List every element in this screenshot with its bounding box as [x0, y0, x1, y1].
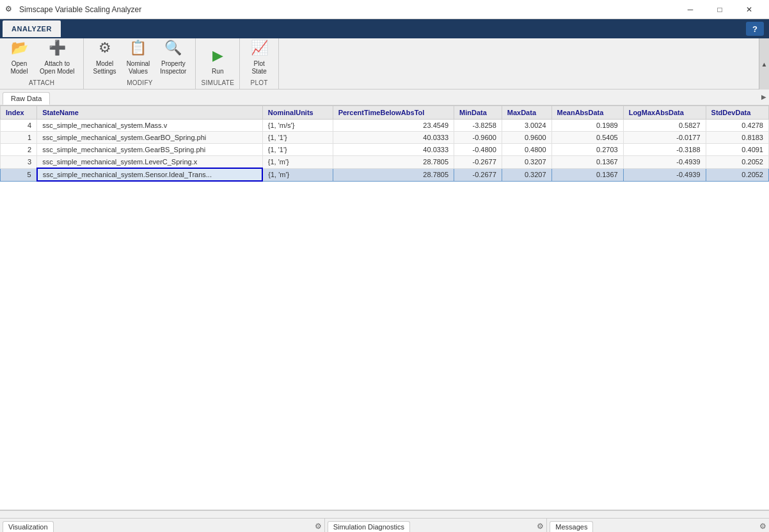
maximize-button[interactable]: □: [705, 0, 734, 19]
col-stddevdata: StdDevData: [706, 106, 768, 120]
open-model-button[interactable]: 📂 OpenModel: [5, 35, 33, 78]
cell-stddev: 0.4278: [706, 120, 768, 132]
toolbar-group-attach: 📂 OpenModel ➕ Attach toOpen Model ATTACH: [0, 38, 84, 89]
tab-scroll-arrow[interactable]: ▶: [761, 93, 766, 100]
col-meanabsdata: MeanAbsData: [551, 106, 623, 120]
col-mindata: MinData: [454, 106, 502, 120]
toolbar-wrapper: 📂 OpenModel ➕ Attach toOpen Model ATTACH…: [0, 38, 769, 90]
plot-icon: 📈: [249, 38, 269, 58]
cell-max: 3.0024: [502, 120, 551, 132]
cell-index: 3: [1, 156, 37, 169]
cell-index: 5: [1, 168, 37, 181]
data-table: Index StateName NominalUnits PercentTime…: [0, 106, 769, 182]
title-bar-controls: ─ □ ✕: [676, 0, 764, 19]
cell-max: 0.3207: [502, 156, 551, 169]
cell-pct: 40.0333: [333, 144, 454, 156]
cell-units: {1, 'm'}: [262, 156, 333, 169]
col-pctbelowabstol: PercentTimeBelowAbsTol: [333, 106, 454, 120]
cell-index: 1: [1, 132, 37, 144]
cell-units: {1, '1'}: [262, 132, 333, 144]
tab-bar: Raw Data ▶: [0, 90, 769, 106]
visualization-panel: Visualization ⚙: [0, 519, 325, 532]
col-maxdata: MaxData: [502, 106, 551, 120]
cell-stddev: 0.4091: [706, 144, 768, 156]
close-button[interactable]: ✕: [734, 0, 764, 19]
table-row[interactable]: 5 ssc_simple_mechanical_system.Sensor.Id…: [1, 168, 769, 181]
simulation-diagnostics-tab[interactable]: Simulation Diagnostics: [328, 521, 410, 533]
table-row[interactable]: 1 ssc_simple_mechanical_system.GearBO_Sp…: [1, 132, 769, 144]
help-button[interactable]: ?: [746, 22, 764, 36]
cell-units: {1, 'm/s'}: [262, 120, 333, 132]
col-statename: StateName: [37, 106, 263, 120]
cell-max: 0.9600: [502, 132, 551, 144]
cell-pct: 40.0333: [333, 132, 454, 144]
attach-to-open-model-button[interactable]: ➕ Attach toOpen Model: [36, 35, 78, 78]
cell-statename: ssc_simple_mechanical_system.LeverC_Spri…: [37, 156, 263, 169]
toolbar-group-plot: 📈 PlotState PLOT: [240, 38, 279, 89]
cell-statename: ssc_simple_mechanical_system.GearBS_Spri…: [37, 144, 263, 156]
raw-data-tab[interactable]: Raw Data: [3, 92, 50, 105]
table-row[interactable]: 4 ssc_simple_mechanical_system.Mass.v {1…: [1, 120, 769, 132]
col-index: Index: [1, 106, 37, 120]
cell-logmax: -0.4939: [623, 156, 706, 169]
messages-tab[interactable]: Messages: [550, 521, 593, 533]
messages-gear-icon[interactable]: ⚙: [759, 522, 766, 531]
cell-stddev: 0.2052: [706, 156, 768, 169]
toolbar-group-simulate-items: ▶ Run: [203, 39, 232, 78]
cell-min: -0.4800: [454, 144, 502, 156]
property-inspector-button[interactable]: 🔍 PropertyInspector: [156, 35, 190, 78]
cell-min: -0.9600: [454, 132, 502, 144]
property-icon: 🔍: [163, 38, 184, 58]
visualization-gear-icon[interactable]: ⚙: [315, 522, 322, 531]
title-bar: ⚙ Simscape Variable Scaling Analyzer ─ □…: [0, 0, 769, 19]
nominal-values-button[interactable]: 📋 NominalValues: [123, 35, 154, 78]
toolbar-group-attach-items: 📂 OpenModel ➕ Attach toOpen Model: [5, 31, 78, 78]
simulation-diagnostics-panel-header: Simulation Diagnostics ⚙: [325, 519, 547, 532]
table-body: 4 ssc_simple_mechanical_system.Mass.v {1…: [1, 120, 769, 182]
toolbar-group-modify: ⚙ ModelSettings 📋 NominalValues 🔍 Proper…: [84, 38, 196, 89]
toolbar-group-plot-items: 📈 PlotState: [245, 31, 273, 78]
cell-index: 4: [1, 120, 37, 132]
table-row[interactable]: 2 ssc_simple_mechanical_system.GearBS_Sp…: [1, 144, 769, 156]
cell-logmax: -0.3188: [623, 144, 706, 156]
cell-min: -0.2677: [454, 156, 502, 169]
property-inspector-label: PropertyInspector: [160, 60, 186, 75]
table-row[interactable]: 3 ssc_simple_mechanical_system.LeverC_Sp…: [1, 156, 769, 169]
cell-pct: 23.4549: [333, 120, 454, 132]
plot-group-label: PLOT: [250, 79, 267, 86]
messages-panel: Messages ⚙ No problematic states were id…: [547, 519, 769, 532]
cell-stddev: 0.2052: [706, 168, 768, 181]
run-button[interactable]: ▶ Run: [203, 43, 232, 78]
plot-state-button[interactable]: 📈 PlotState: [245, 35, 273, 78]
cell-min: -3.8258: [454, 120, 502, 132]
cell-mean: 0.1367: [551, 156, 623, 169]
cell-max: 0.3207: [502, 168, 551, 181]
horizontal-scrollbar[interactable]: [0, 510, 769, 518]
cell-statename: ssc_simple_mechanical_system.Mass.v: [37, 120, 263, 132]
main-content: Raw Data ▶ Index StateName NominalUnits …: [0, 90, 769, 518]
model-settings-button[interactable]: ⚙ ModelSettings: [89, 35, 120, 78]
folder-icon: 📂: [9, 38, 29, 58]
data-table-wrapper[interactable]: Index StateName NominalUnits PercentTime…: [0, 106, 769, 510]
visualization-panel-header: Visualization ⚙: [0, 519, 324, 532]
simulation-diagnostics-panel: Simulation Diagnostics ⚙ No warnings.: [325, 519, 548, 532]
nominal-values-label: NominalValues: [127, 60, 150, 75]
toolbar: 📂 OpenModel ➕ Attach toOpen Model ATTACH…: [0, 38, 769, 90]
run-label: Run: [212, 68, 223, 75]
table-header: Index StateName NominalUnits PercentTime…: [1, 106, 769, 120]
cell-mean: 0.1367: [551, 168, 623, 181]
minimize-button[interactable]: ─: [676, 0, 705, 19]
col-logmaxabsdata: LogMaxAbsData: [623, 106, 706, 120]
simulation-diagnostics-gear-icon[interactable]: ⚙: [537, 522, 544, 531]
title-bar-left: ⚙ Simscape Variable Scaling Analyzer: [5, 4, 141, 15]
visualization-tab[interactable]: Visualization: [3, 521, 54, 533]
cell-logmax: 0.5827: [623, 120, 706, 132]
cell-mean: 0.2703: [551, 144, 623, 156]
cell-mean: 0.5405: [551, 132, 623, 144]
toolbar-collapse-button[interactable]: ▲: [759, 38, 769, 90]
cell-logmax: -0.4939: [623, 168, 706, 181]
nominal-icon: 📋: [128, 38, 148, 58]
cell-units: {1, 'm'}: [262, 168, 333, 181]
attach-model-label: Attach toOpen Model: [40, 60, 74, 75]
model-settings-label: ModelSettings: [93, 60, 116, 75]
